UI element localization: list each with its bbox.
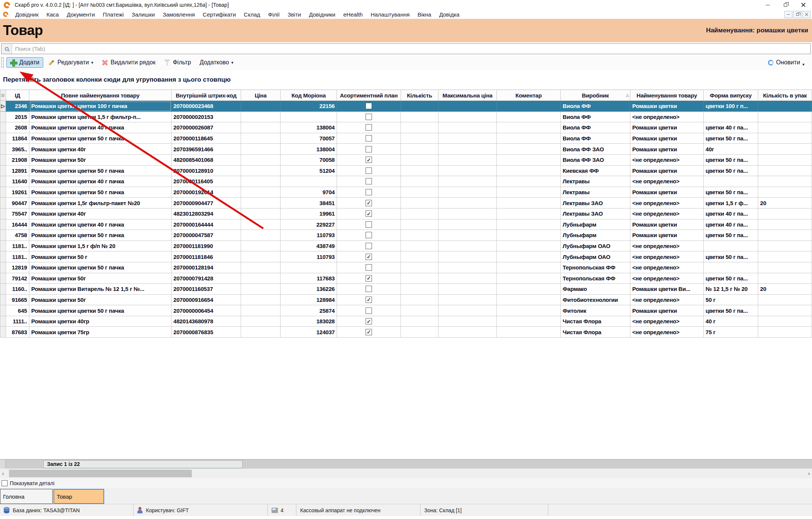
column-header-full_name[interactable]: Повне найменування товару [29,90,172,101]
cell-release_form[interactable] [704,112,758,123]
cell-quantity[interactable] [401,144,439,155]
table-row[interactable]: 3965..Ромашки цветки 40г2070396591466138… [0,144,812,155]
column-header-pack_qty[interactable]: Кількість в упак [758,90,812,101]
cell-product_name[interactable]: <не определено> [630,262,704,273]
cell-id[interactable]: 4758 [6,230,29,241]
cell-max_price[interactable] [439,295,497,306]
cell-assortment[interactable] [337,230,401,241]
cell-barcode[interactable]: 2070001181846 [172,251,241,262]
cell-product_name[interactable]: <не определено> [630,112,704,123]
cell-manufacturer[interactable]: Лектравы ЗАО [561,198,630,209]
cell-manufacturer[interactable]: Лубныфарм [561,230,630,241]
cell-price[interactable] [241,284,281,295]
cell-morion[interactable]: 9704 [281,187,337,198]
menu-item-6[interactable]: Замовлення [163,11,195,18]
cell-pack_qty[interactable] [758,327,812,338]
cell-full_name[interactable]: Ромашки цветки цветки 50 г пачка [29,230,172,241]
cell-manufacturer[interactable]: Лектравы ЗАО [561,209,630,219]
table-row[interactable]: 75547Ромашки цветки 40г48230128032941996… [0,209,812,219]
cell-comment[interactable] [497,198,561,209]
cell-barcode[interactable]: 2070000791428 [172,273,241,284]
cell-release_form[interactable]: цветки 40 г па... [704,209,758,219]
column-header-barcode[interactable]: Внутрішній штрих-код [172,90,241,101]
assortment-checkbox[interactable] [366,286,372,292]
cell-price[interactable] [241,112,281,123]
cell-manufacturer[interactable]: Виола ФФ [561,112,630,123]
cell-price[interactable] [241,241,281,252]
menu-item-11[interactable]: Довідники [309,11,335,18]
cell-manufacturer[interactable]: Виола ФФ [561,133,630,144]
cell-assortment[interactable] [337,241,401,252]
cell-price[interactable] [241,230,281,241]
cell-release_form[interactable] [704,176,758,187]
cell-morion[interactable]: 25874 [281,305,337,316]
cell-id[interactable]: 11640 [6,176,29,187]
toolbar-grip-handle[interactable] [1,57,4,68]
cell-id[interactable]: 1181.. [6,251,29,262]
cell-release_form[interactable]: цветки 50 г па... [704,230,758,241]
cell-barcode[interactable]: 2070000023468 [172,101,241,112]
cell-barcode[interactable]: 2070000118645 [172,133,241,144]
cell-morion[interactable]: 229227 [281,219,337,230]
column-header-morion[interactable]: Код Моріона [281,90,337,101]
restore-button[interactable] [777,0,794,10]
cell-pack_qty[interactable]: 20 [758,284,812,295]
cell-comment[interactable] [497,241,561,252]
cell-comment[interactable] [497,251,561,262]
cell-quantity[interactable] [401,155,439,166]
cell-comment[interactable] [497,219,561,230]
cell-full_name[interactable]: Ромашки цветки 1,5г фильтр-пакет №20 [29,198,172,209]
cell-id[interactable]: 3965.. [6,144,29,155]
cell-quantity[interactable] [401,295,439,306]
cell-comment[interactable] [497,284,561,295]
cell-quantity[interactable] [401,219,439,230]
tab-tovar[interactable]: Товар [53,489,104,504]
cell-product_name[interactable]: Ромашки цветки [630,187,704,198]
cell-comment[interactable] [497,155,561,166]
cell-assortment[interactable] [337,187,401,198]
assortment-checkbox[interactable] [366,329,372,335]
cell-assortment[interactable] [337,262,401,273]
cell-morion[interactable]: 138004 [281,122,337,133]
cell-max_price[interactable] [439,112,497,123]
add-button[interactable]: Додати [6,57,43,68]
cell-manufacturer[interactable]: Виола ФФ [561,122,630,133]
cell-barcode[interactable]: 4820143680978 [172,316,241,327]
delete-row-button[interactable]: Видалити рядок [99,58,159,67]
cell-manufacturer[interactable]: Чистая Флора [561,327,630,338]
menu-item-2[interactable]: Каса [46,11,59,18]
more-button[interactable]: Додатково ▾ [196,58,237,67]
cell-pack_qty[interactable] [758,241,812,252]
cell-full_name[interactable]: Ромашки цветки Витарель № 12 1,5 г №... [29,284,172,295]
cell-comment[interactable] [497,101,561,112]
scroll-right-button[interactable]: › [806,469,812,478]
filter-button[interactable]: Фільтр [161,58,194,67]
cell-barcode[interactable]: 2070000047587 [172,230,241,241]
cell-morion[interactable]: 51204 [281,166,337,177]
table-row[interactable]: 12891Ромашки цветки цветки 50 г пачка207… [0,166,812,177]
cell-barcode[interactable]: 2070000116405 [172,176,241,187]
cell-price[interactable] [241,122,281,133]
cell-price[interactable] [241,327,281,338]
assortment-checkbox[interactable] [366,318,372,324]
cell-full_name[interactable]: Ромашки цветки цветки 100 г пачка [29,101,172,112]
cell-release_form[interactable]: 75 г [704,327,758,338]
cell-barcode[interactable]: 2070000876835 [172,327,241,338]
refresh-button[interactable]: Оновити ▾ [765,57,808,68]
cell-product_name[interactable]: Ромашки цветки [630,166,704,177]
assortment-checkbox[interactable] [366,210,372,217]
cell-price[interactable] [241,101,281,112]
cell-full_name[interactable]: Ромашки цветки 1,5 г ф/п № 20 [29,241,172,252]
cell-max_price[interactable] [439,284,497,295]
cell-pack_qty[interactable] [758,133,812,144]
cell-barcode[interactable]: 2070001160537 [172,284,241,295]
cell-morion[interactable]: 136226 [281,284,337,295]
assortment-checkbox[interactable] [366,200,372,206]
cell-quantity[interactable] [401,133,439,144]
assortment-checkbox[interactable] [366,275,372,282]
cell-release_form[interactable]: цветки 50 г па... [704,166,758,177]
cell-id[interactable]: 87683 [6,327,29,338]
cell-barcode[interactable]: 2070000904477 [172,198,241,209]
cell-product_name[interactable]: <не определено> [630,198,704,209]
assortment-checkbox[interactable] [366,297,372,303]
